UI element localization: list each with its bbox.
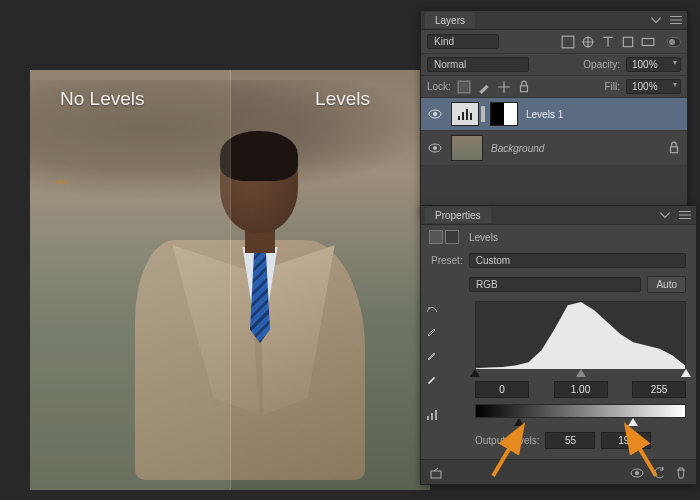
white-point-slider[interactable] bbox=[681, 369, 691, 377]
input-levels-values: 0 1.00 255 bbox=[475, 381, 686, 398]
properties-footer bbox=[421, 459, 696, 484]
eyedropper-gray-icon[interactable] bbox=[425, 348, 439, 362]
blend-opacity-row: Normal Opacity: 100% bbox=[421, 54, 687, 76]
layer-filter-row: Kind bbox=[421, 30, 687, 54]
output-white-slider[interactable] bbox=[628, 418, 638, 426]
output-white-field[interactable]: 191 bbox=[601, 432, 651, 449]
label-levels: Levels bbox=[315, 88, 370, 110]
layer-name[interactable]: Levels 1 bbox=[526, 109, 563, 120]
properties-tab[interactable]: Properties bbox=[425, 207, 491, 223]
filter-kind-label: Kind bbox=[434, 36, 454, 47]
lock-fill-row: Lock: Fill: 100% bbox=[421, 76, 687, 98]
properties-panel: Properties Levels Preset: Custom RGB Aut… bbox=[420, 205, 697, 485]
panel-menu-icon[interactable] bbox=[678, 208, 692, 222]
adjustment-title-row: Levels bbox=[421, 225, 696, 249]
filter-toggle-icon[interactable] bbox=[667, 35, 681, 49]
edit-points-icon[interactable] bbox=[425, 408, 439, 422]
output-black-slider[interactable] bbox=[514, 418, 524, 426]
svg-point-17 bbox=[428, 307, 430, 309]
layers-tab[interactable]: Layers bbox=[425, 12, 475, 28]
preset-value: Custom bbox=[476, 255, 510, 266]
filter-pixel-icon[interactable] bbox=[561, 35, 575, 49]
filter-shape-icon[interactable] bbox=[621, 35, 635, 49]
reset-icon[interactable] bbox=[652, 466, 666, 480]
svg-rect-3 bbox=[642, 38, 654, 45]
svg-rect-12 bbox=[466, 109, 468, 120]
input-slider-track[interactable] bbox=[475, 369, 686, 379]
filter-type-icon[interactable] bbox=[601, 35, 615, 49]
svg-rect-6 bbox=[458, 81, 470, 93]
lock-pixels-icon[interactable] bbox=[477, 80, 491, 94]
preset-row: Preset: Custom bbox=[421, 249, 696, 272]
visibility-icon[interactable] bbox=[427, 140, 443, 156]
filter-smart-icon[interactable] bbox=[641, 35, 655, 49]
collapse-icon[interactable] bbox=[658, 208, 672, 222]
layer-row-levels[interactable]: Levels 1 bbox=[421, 98, 687, 131]
preset-select[interactable]: Custom bbox=[469, 253, 686, 268]
adjustment-name: Levels bbox=[469, 232, 498, 243]
svg-rect-19 bbox=[431, 413, 433, 420]
svg-point-23 bbox=[635, 471, 639, 475]
eyedropper-white-icon[interactable] bbox=[425, 372, 439, 386]
svg-rect-18 bbox=[427, 416, 429, 420]
fill-value[interactable]: 100% bbox=[626, 79, 681, 94]
svg-rect-7 bbox=[520, 85, 527, 91]
lock-label: Lock: bbox=[427, 81, 451, 92]
blend-mode-value: Normal bbox=[434, 59, 466, 70]
mask-icon[interactable] bbox=[445, 230, 459, 244]
auto-button[interactable]: Auto bbox=[647, 276, 686, 293]
layer-name[interactable]: Background bbox=[491, 143, 544, 154]
targeted-adjust-icon[interactable] bbox=[425, 300, 439, 314]
input-black-field[interactable]: 0 bbox=[475, 381, 529, 398]
eyedropper-black-icon[interactable] bbox=[425, 324, 439, 338]
filter-adjust-icon[interactable] bbox=[581, 35, 595, 49]
clip-to-layer-icon[interactable] bbox=[429, 466, 443, 480]
document-canvas[interactable]: No Levels Levels bbox=[30, 70, 430, 490]
opacity-value[interactable]: 100% bbox=[626, 57, 681, 72]
output-levels-row: Output Levels: 55 191 bbox=[475, 432, 686, 449]
gamma-slider[interactable] bbox=[576, 369, 586, 377]
collapse-icon[interactable] bbox=[649, 13, 663, 27]
filter-kind-select[interactable]: Kind bbox=[427, 34, 499, 49]
view-previous-icon[interactable] bbox=[630, 466, 644, 480]
input-white-field[interactable]: 255 bbox=[632, 381, 686, 398]
output-gradient[interactable] bbox=[475, 404, 686, 418]
layer-row-background[interactable]: Background bbox=[421, 131, 687, 166]
output-black-field[interactable]: 55 bbox=[545, 432, 595, 449]
black-point-slider[interactable] bbox=[470, 369, 480, 377]
output-label: Output Levels: bbox=[475, 435, 539, 446]
properties-panel-header: Properties bbox=[421, 206, 696, 225]
lock-icon bbox=[667, 141, 681, 155]
layer-mask-thumb[interactable] bbox=[490, 102, 518, 126]
layer-thumbs bbox=[451, 102, 518, 126]
channel-value: RGB bbox=[476, 279, 498, 290]
svg-rect-20 bbox=[435, 410, 437, 420]
blend-mode-select[interactable]: Normal bbox=[427, 57, 529, 72]
fill-label: Fill: bbox=[604, 81, 620, 92]
histogram[interactable] bbox=[475, 301, 686, 367]
channel-row: RGB Auto bbox=[421, 272, 696, 297]
split-divider bbox=[230, 70, 231, 490]
output-slider-track[interactable] bbox=[475, 418, 686, 428]
eyedropper-tools bbox=[425, 300, 439, 422]
layer-thumb[interactable] bbox=[451, 135, 483, 161]
panel-menu-icon[interactable] bbox=[669, 13, 683, 27]
layers-panel-header: Layers bbox=[421, 11, 687, 30]
svg-rect-0 bbox=[562, 36, 574, 48]
svg-point-5 bbox=[669, 39, 675, 45]
adjustment-thumb[interactable] bbox=[451, 102, 479, 126]
lock-all-icon[interactable] bbox=[517, 80, 531, 94]
lock-position-icon[interactable] bbox=[497, 80, 511, 94]
trash-icon[interactable] bbox=[674, 466, 688, 480]
channel-select[interactable]: RGB bbox=[469, 277, 641, 292]
svg-point-9 bbox=[433, 112, 437, 116]
input-gamma-field[interactable]: 1.00 bbox=[554, 381, 608, 398]
svg-rect-10 bbox=[458, 116, 460, 120]
label-no-levels: No Levels bbox=[60, 88, 145, 110]
svg-point-15 bbox=[433, 146, 437, 150]
link-icon[interactable] bbox=[481, 106, 485, 122]
svg-rect-13 bbox=[470, 113, 472, 120]
adjustment-icon[interactable] bbox=[429, 230, 443, 244]
visibility-icon[interactable] bbox=[427, 106, 443, 122]
lock-transparent-icon[interactable] bbox=[457, 80, 471, 94]
